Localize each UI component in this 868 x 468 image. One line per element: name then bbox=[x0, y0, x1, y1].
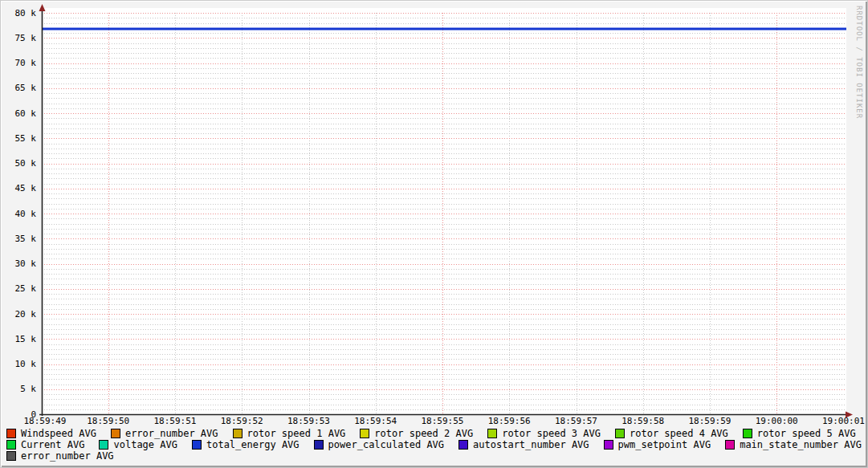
legend-label: Current AVG bbox=[21, 439, 84, 450]
legend-row: Windspeed AVGerror_number AVGrotor speed… bbox=[6, 428, 866, 439]
legend-swatch-icon bbox=[6, 429, 16, 438]
legend-item: rotor speed 3 AVG bbox=[487, 428, 601, 439]
legend-item: rotor speed 1 AVG bbox=[233, 428, 346, 439]
legend-label: autostart_number AVG bbox=[473, 439, 589, 450]
legend-label: rotor speed 2 AVG bbox=[374, 428, 473, 439]
legend-label: power_calculated AVG bbox=[328, 439, 445, 450]
y-tick-label: 35 k bbox=[15, 234, 37, 244]
legend-swatch-icon bbox=[487, 429, 497, 438]
legend-swatch-icon bbox=[233, 429, 242, 438]
y-tick-label: 80 k bbox=[15, 8, 37, 18]
x-tick-label: 19:00:01 bbox=[822, 416, 865, 426]
legend-label: Windspeed AVG bbox=[21, 428, 96, 439]
y-tick-label: 55 k bbox=[15, 133, 37, 144]
plot-canvas bbox=[43, 8, 846, 414]
x-tick-label: 18:59:49 bbox=[24, 416, 67, 426]
legend-swatch-icon bbox=[314, 440, 324, 450]
legend-label: error_number AVG bbox=[125, 428, 218, 439]
legend-item: rotor speed 2 AVG bbox=[360, 428, 473, 439]
legend-item: error_number AVG bbox=[6, 450, 114, 462]
legend-swatch-icon bbox=[99, 440, 108, 450]
legend-row: error_number AVG bbox=[6, 450, 866, 462]
legend-swatch-icon bbox=[360, 429, 369, 438]
legend-swatch-icon bbox=[604, 440, 613, 450]
legend-swatch-icon bbox=[615, 429, 625, 438]
legend-swatch-icon bbox=[725, 440, 735, 450]
legend-item: error_number AVG bbox=[111, 428, 218, 439]
rrdtool-graph: 05 k10 k15 k20 k25 k30 k35 k40 k45 k50 k… bbox=[0, 0, 868, 468]
legend-row: Current AVGvoltage AVGtotal_energy AVGpo… bbox=[6, 439, 866, 450]
legend-label: rotor speed 1 AVG bbox=[247, 428, 346, 439]
legend-item: Current AVG bbox=[6, 439, 84, 450]
x-tick-label: 19:00:00 bbox=[756, 416, 798, 426]
x-tick-label: 18:59:56 bbox=[488, 416, 531, 426]
legend-item: rotor speed 4 AVG bbox=[615, 428, 728, 439]
x-tick-label: 18:59:53 bbox=[287, 416, 330, 426]
legend-swatch-icon bbox=[6, 451, 16, 461]
y-tick-label: 70 k bbox=[15, 58, 37, 68]
legend-swatch-icon bbox=[458, 440, 468, 450]
legend-label: rotor speed 3 AVG bbox=[502, 428, 601, 439]
legend-item: rotor speed 5 AVG bbox=[743, 428, 856, 439]
legend-label: rotor speed 4 AVG bbox=[630, 428, 728, 439]
y-tick-label: 65 k bbox=[15, 83, 37, 93]
x-tick-label: 18:59:58 bbox=[621, 416, 664, 426]
legend: Windspeed AVGerror_number AVGrotor speed… bbox=[6, 428, 866, 462]
x-tick-label: 18:59:57 bbox=[555, 416, 597, 426]
y-tick-label: 50 k bbox=[15, 158, 37, 169]
legend-label: pwm_setpoint AVG bbox=[618, 439, 711, 450]
y-axis-arrow-icon bbox=[39, 4, 46, 11]
x-tick-label: 18:59:51 bbox=[154, 416, 197, 426]
legend-swatch-icon bbox=[6, 440, 16, 450]
y-tick-label: 10 k bbox=[15, 359, 37, 369]
legend-item: power_calculated AVG bbox=[314, 439, 445, 450]
legend-swatch-icon bbox=[111, 429, 120, 438]
rrdtool-watermark: RRDTOOL / TOBI OETIKER bbox=[855, 6, 863, 119]
legend-swatch-icon bbox=[192, 440, 202, 450]
y-tick-label: 25 k bbox=[15, 283, 37, 294]
legend-item: main_state_number AVG bbox=[725, 439, 862, 450]
x-tick-label: 18:59:54 bbox=[354, 416, 397, 426]
legend-label: voltage AVG bbox=[113, 439, 177, 450]
legend-label: main_state_number AVG bbox=[740, 439, 862, 450]
legend-label: total_energy AVG bbox=[206, 439, 300, 450]
y-tick-label: 40 k bbox=[15, 209, 37, 219]
y-tick-label: 60 k bbox=[15, 108, 37, 119]
legend-label: rotor speed 5 AVG bbox=[757, 428, 856, 439]
y-tick-label: 30 k bbox=[15, 258, 37, 269]
legend-item: autostart_number AVG bbox=[458, 439, 589, 450]
y-tick-label: 75 k bbox=[15, 33, 37, 43]
y-tick-label: 45 k bbox=[15, 183, 37, 193]
y-tick-label: 5 k bbox=[20, 384, 36, 394]
legend-item: total_energy AVG bbox=[192, 439, 300, 450]
legend-item: pwm_setpoint AVG bbox=[604, 439, 711, 450]
x-tick-label: 18:59:50 bbox=[87, 416, 129, 426]
legend-label: error_number AVG bbox=[21, 450, 114, 462]
x-tick-label: 18:59:59 bbox=[689, 416, 731, 426]
legend-item: voltage AVG bbox=[99, 439, 177, 450]
y-tick-label: 20 k bbox=[15, 309, 37, 319]
x-tick-label: 18:59:52 bbox=[221, 416, 263, 426]
chart-svg: 05 k10 k15 k20 k25 k30 k35 k40 k45 k50 k… bbox=[1, 1, 868, 468]
legend-swatch-icon bbox=[743, 429, 752, 438]
y-tick-label: 15 k bbox=[15, 334, 37, 344]
legend-item: Windspeed AVG bbox=[6, 428, 96, 439]
x-tick-label: 18:59:55 bbox=[422, 416, 464, 426]
